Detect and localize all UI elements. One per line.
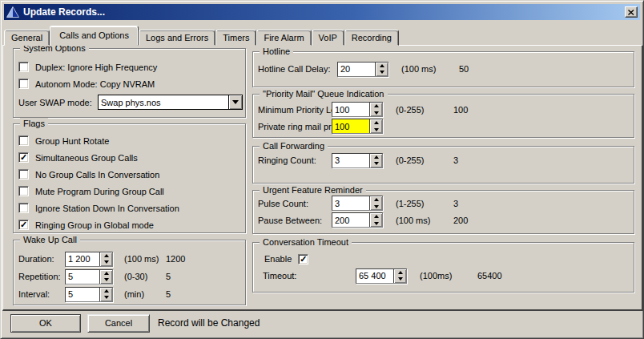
spin-up-icon[interactable]: [100, 252, 112, 260]
spin-down-icon[interactable]: [100, 294, 112, 301]
spinner-buttons: [99, 288, 112, 301]
repetition-input[interactable]: [66, 270, 99, 284]
autonom-checkbox[interactable]: [18, 79, 29, 89]
ringing-count-input[interactable]: [332, 154, 369, 167]
user-swap-value[interactable]: [99, 95, 228, 109]
duration-unit: (100 ms): [124, 254, 166, 264]
interval-row: Interval: (min) 5: [14, 285, 245, 303]
minimum-priority-level-label: Minimum Priority Level:: [258, 105, 332, 115]
spinner-buttons: [369, 103, 382, 116]
ringing-group-global-checkbox[interactable]: ✓: [18, 220, 29, 230]
repetition-current-value: 5: [166, 272, 171, 281]
checkbox-row-ringing-group: ✓ Ringing Group in Global mode: [14, 216, 245, 233]
private-ring-mail-priority-input[interactable]: [332, 119, 369, 133]
enable-label: Enable: [264, 254, 292, 264]
pause-between-input[interactable]: [332, 213, 369, 227]
titlebar[interactable]: Update Records...: [4, 4, 640, 20]
tab-fire-alarm[interactable]: Fire Alarm: [256, 30, 311, 46]
ignore-station-down-checkbox[interactable]: [18, 203, 29, 213]
hotline-call-delay-input[interactable]: [338, 63, 375, 76]
checkbox-row-ignore-station: Ignore Station Down In Conversation: [14, 200, 245, 216]
tab-voip[interactable]: VoIP: [312, 30, 344, 46]
spin-down-icon[interactable]: [370, 220, 382, 228]
interval-unit: (min): [124, 289, 166, 299]
private-ring-mail-priority-label: Private ring mail priority:: [258, 122, 332, 131]
spinner-buttons: [369, 196, 382, 210]
duration-spinedit: [65, 252, 113, 267]
interval-spinedit: [65, 287, 113, 302]
mute-program-checkbox[interactable]: [18, 186, 29, 196]
hotline-call-delay-label: Hotline Call Delay:: [258, 64, 337, 74]
spin-down-icon[interactable]: [100, 276, 112, 284]
hotline-call-delay-current: 50: [459, 64, 469, 74]
simultaneous-group-calls-checkbox[interactable]: ✓: [18, 152, 29, 163]
minimum-priority-level-input[interactable]: [332, 103, 369, 116]
repetition-spinedit: [65, 269, 113, 285]
spin-down-icon[interactable]: [370, 160, 382, 167]
ok-button[interactable]: OK: [10, 314, 81, 333]
ringing-count-unit: (0-255): [396, 155, 453, 165]
minimum-priority-level-unit: (0-255): [396, 105, 453, 115]
private-ring-mail-priority-spinedit: [332, 119, 383, 134]
tab-general[interactable]: General: [4, 30, 50, 46]
group-flags: Flags Group Hunt Rotate ✓ Simultaneous G…: [13, 123, 246, 233]
spin-up-icon[interactable]: [100, 270, 112, 277]
cancel-button[interactable]: Cancel: [87, 314, 150, 333]
checkbox-row-mute-program: Mute Program During Group Call: [14, 183, 245, 200]
update-records-dialog: Update Records... General Calls and Opti…: [0, 0, 644, 339]
tab-timers[interactable]: Timers: [215, 30, 256, 46]
minimum-priority-level-spinedit: [332, 102, 383, 117]
spin-down-icon[interactable]: [370, 204, 382, 211]
enable-row: Enable ✓: [253, 251, 634, 267]
no-group-calls-checkbox[interactable]: [18, 169, 29, 180]
duplex-checkbox[interactable]: [18, 62, 29, 72]
spin-up-icon[interactable]: [376, 63, 388, 70]
interval-input[interactable]: [66, 288, 99, 301]
user-swap-combo[interactable]: [98, 95, 243, 110]
minimum-priority-level-current: 100: [453, 105, 468, 115]
checkbox-label: Ringing Group in Global mode: [35, 220, 154, 230]
spin-up-icon[interactable]: [370, 154, 382, 161]
group-hunt-rotate-checkbox[interactable]: [18, 135, 29, 146]
group-call-forwarding: Call Forwarding Ringing Count: (0-255) 3: [252, 146, 634, 184]
checkbox-label: Mute Program During Group Call: [35, 187, 164, 196]
dropdown-arrow-icon[interactable]: [228, 95, 242, 109]
pulse-count-unit: (1-255): [396, 199, 453, 208]
private-ring-mail-priority-row: Private ring mail priority:: [253, 118, 634, 135]
spin-up-icon[interactable]: [370, 213, 382, 220]
ringing-count-current: 3: [453, 155, 458, 165]
spin-down-icon[interactable]: [394, 276, 406, 283]
spin-down-icon[interactable]: [370, 127, 382, 134]
timeout-current: 65400: [477, 271, 502, 280]
hotline-call-delay-spinedit: [337, 62, 388, 77]
duration-input[interactable]: [66, 252, 99, 266]
interval-label: Interval:: [18, 289, 65, 299]
spin-up-icon[interactable]: [100, 288, 112, 295]
close-icon: [628, 10, 634, 15]
interval-current-value: 5: [166, 289, 171, 299]
spin-up-icon[interactable]: [394, 269, 406, 276]
checkbox-label: No Group Calls In Conversation: [35, 170, 159, 180]
close-button[interactable]: [625, 6, 638, 18]
tab-recording[interactable]: Recording: [344, 30, 399, 46]
pulse-count-input[interactable]: [332, 196, 369, 210]
spinner-buttons: [375, 63, 388, 76]
checkbox-row-autonom: Autonom Mode: Copy NVRAM: [14, 75, 245, 92]
spin-down-icon[interactable]: [100, 259, 112, 266]
spin-up-icon[interactable]: [370, 119, 382, 127]
tab-page-calls-and-options: System Options Duplex: Ignore High Frequ…: [2, 45, 643, 311]
repetition-label: Repetition:: [18, 272, 65, 281]
enable-checkbox[interactable]: ✓: [298, 254, 308, 264]
tab-logs-and-errors[interactable]: Logs and Errors: [139, 30, 215, 46]
tab-calls-and-options[interactable]: Calls and Options: [50, 26, 139, 46]
tab-strip: General Calls and Options Logs and Error…: [4, 26, 399, 46]
checkbox-label: Ignore Station Down In Conversation: [35, 204, 179, 213]
timeout-input[interactable]: [356, 269, 393, 283]
duration-current-value: 1200: [166, 254, 185, 264]
spin-down-icon[interactable]: [370, 110, 382, 117]
spin-up-icon[interactable]: [370, 103, 382, 110]
spin-up-icon[interactable]: [370, 196, 382, 204]
checkbox-row-simultaneous: ✓ Simultaneous Group Calls: [14, 149, 245, 166]
spin-down-icon[interactable]: [376, 69, 388, 76]
pause-between-unit: (100 ms): [396, 216, 453, 225]
